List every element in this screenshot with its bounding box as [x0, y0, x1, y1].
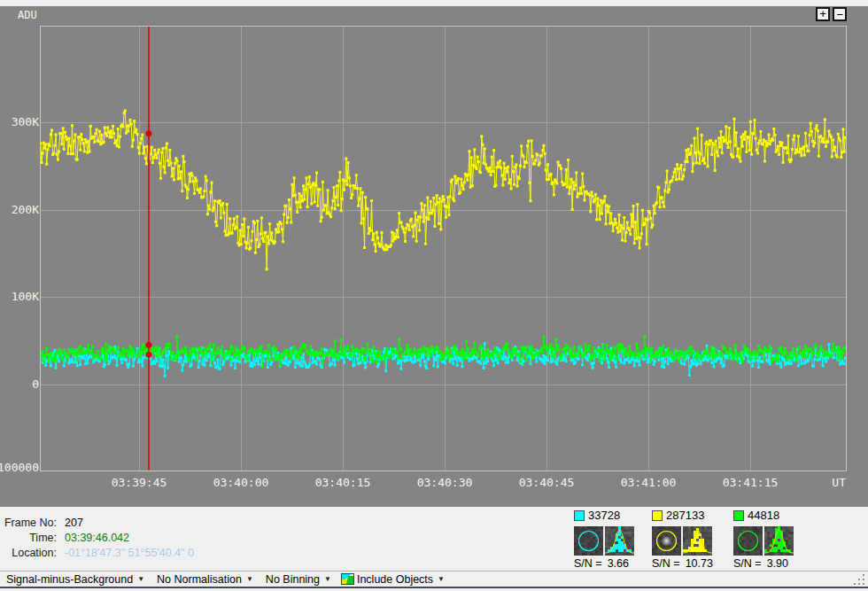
x-axis-tick: 03:41:00 [613, 476, 684, 489]
location-value: -01°18'47.3" 51°55'40.4" 0 [65, 547, 194, 559]
include-objects-dropdown[interactable]: Include Objects ▼ [354, 572, 451, 587]
snr-value: 10.73 [686, 557, 713, 570]
y-axis-tick: 200K [0, 203, 39, 216]
frame-number-label: Frame No: [0, 517, 57, 529]
y-axis-tick: 100K [0, 290, 39, 303]
light-curve-canvas[interactable] [41, 27, 846, 470]
normalisation-dropdown[interactable]: No Normalisation ▼ [151, 572, 260, 587]
y-axis-tick: 300K [0, 115, 39, 128]
reduction-mode-label: Signal-minus-Background [6, 573, 133, 586]
x-axis-tick: 03:40:00 [205, 476, 276, 489]
object-color-swatch [652, 510, 663, 521]
location-label: Location: [0, 547, 57, 559]
snr-label: S/N = [652, 557, 680, 570]
y-axis-tick: 0 [0, 377, 39, 391]
normalisation-label: No Normalisation [157, 573, 242, 586]
object-color-swatch [574, 510, 585, 521]
x-axis-tick: 03:40:15 [307, 476, 378, 489]
chevron-down-icon: ▼ [137, 575, 144, 583]
zoom-in-button[interactable]: + [816, 7, 830, 21]
snr-value: 3.66 [608, 557, 629, 570]
snr-row: S/N =10.73 [652, 557, 740, 570]
aperture-thumbnail [574, 526, 603, 556]
x-axis-tick: 03:40:30 [409, 476, 480, 489]
snr-label: S/N = [733, 557, 762, 570]
snr-value: 3.90 [767, 557, 788, 570]
snr-label: S/N = [574, 557, 602, 570]
binning-dropdown[interactable]: No Binning ▼ [260, 572, 337, 587]
y-axis-unit-label: ADU [18, 9, 37, 21]
chevron-down-icon: ▼ [246, 575, 253, 583]
binning-label: No Binning [266, 573, 320, 586]
time-label: Time: [0, 532, 57, 544]
object-intensity-value: 287133 [666, 509, 704, 522]
light-curve-plot[interactable] [40, 26, 847, 471]
bottom-toolbar: Signal-minus-Background ▼ No Normalisati… [0, 571, 868, 587]
snr-row: S/N =3.90 [733, 557, 822, 570]
zoom-out-button[interactable]: − [833, 7, 847, 21]
include-objects-label: Include Objects [357, 573, 433, 586]
snr-row: S/N =3.66 [574, 557, 663, 570]
aperture-thumbnail [652, 526, 681, 556]
y-axis-tick: 100000 [0, 461, 39, 474]
object-color-swatch [733, 510, 744, 521]
chevron-down-icon: ▼ [324, 575, 331, 583]
reduction-mode-dropdown[interactable]: Signal-minus-Background ▼ [0, 572, 151, 587]
resize-grip[interactable] [852, 572, 866, 586]
window-top-strip [0, 0, 868, 6]
time-value: 03:39:46.042 [65, 532, 129, 544]
x-axis-tick: 03:40:45 [511, 476, 582, 489]
psf-profile-thumbnail [605, 526, 634, 556]
include-objects-icon [341, 573, 354, 585]
x-axis-unit-label: UT [810, 476, 846, 489]
psf-profile-thumbnail [764, 526, 794, 556]
x-axis-tick: 03:41:15 [715, 476, 786, 489]
frame-number-value: 207 [65, 517, 83, 529]
psf-profile-thumbnail [683, 526, 712, 556]
object-intensity-value: 33728 [588, 509, 620, 522]
object-intensity-value: 44818 [748, 509, 779, 522]
aperture-thumbnail [733, 526, 763, 556]
chevron-down-icon: ▼ [438, 575, 445, 583]
x-axis-tick: 03:39:45 [104, 476, 174, 489]
